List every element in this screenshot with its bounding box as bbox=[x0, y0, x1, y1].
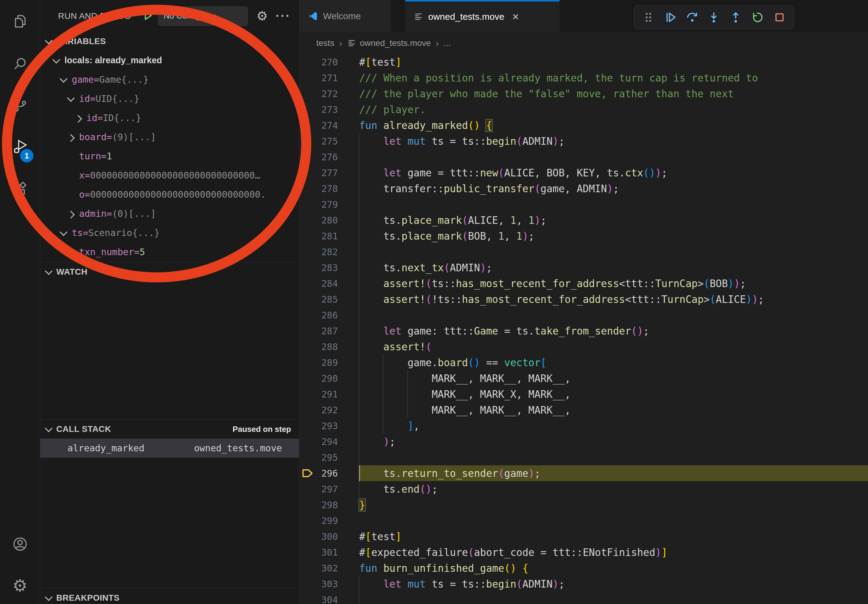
variable-row[interactable]: locals: already_marked bbox=[40, 51, 299, 70]
line-number: 303 bbox=[299, 579, 338, 589]
section-variables[interactable]: VARIABLES bbox=[40, 32, 299, 51]
variable-row[interactable]: turn = 1 bbox=[40, 147, 299, 166]
step-into-icon[interactable] bbox=[705, 9, 722, 26]
breadcrumb-symbol[interactable]: ... bbox=[444, 38, 451, 48]
line-number: 279 bbox=[299, 199, 338, 210]
launch-config-dropdown[interactable]: No Configur bbox=[158, 6, 248, 26]
breadcrumb-file[interactable]: owned_tests.move bbox=[360, 38, 431, 48]
chevron-right-icon: › bbox=[436, 38, 439, 48]
code-line: 288 assert!( bbox=[299, 339, 868, 355]
vscode-logo-icon bbox=[308, 11, 318, 21]
code-line: 280 ts.place_mark(ALICE, 1, 1); bbox=[299, 212, 868, 228]
tab-label: Welcome bbox=[323, 11, 361, 21]
line-content bbox=[359, 244, 868, 260]
code-line: 295 bbox=[299, 449, 868, 465]
code-line: 272/// the player who made the "false" m… bbox=[299, 86, 868, 102]
code-line: 286 bbox=[299, 307, 868, 323]
variable-row[interactable]: ts = Scenario{...} bbox=[40, 223, 299, 242]
variable-row[interactable]: x = 000000000000000000000000000000… bbox=[40, 166, 299, 185]
source-control-icon[interactable] bbox=[0, 90, 40, 121]
step-over-icon[interactable] bbox=[684, 9, 701, 26]
line-number: 270 bbox=[299, 57, 338, 68]
code-line: 304 bbox=[299, 592, 868, 604]
chevron-down-icon[interactable] bbox=[54, 58, 65, 63]
equals: = bbox=[90, 93, 96, 104]
line-content: ); bbox=[359, 434, 868, 449]
chevron-right-icon[interactable] bbox=[68, 211, 79, 217]
variable-row[interactable]: game = Game{...} bbox=[40, 70, 299, 89]
drag-handle-icon[interactable] bbox=[640, 9, 657, 26]
chevron-right-icon[interactable] bbox=[68, 135, 79, 140]
line-number: 282 bbox=[299, 247, 338, 257]
line-content: let game = ttt::new(ALICE, BOB, KEY, ts.… bbox=[359, 165, 868, 181]
step-out-icon[interactable] bbox=[727, 9, 744, 26]
chevron-down-icon[interactable] bbox=[61, 230, 72, 236]
variable-row[interactable]: board = (9)[...] bbox=[40, 127, 299, 147]
code-line: 271/// When a position is already marked… bbox=[299, 70, 868, 86]
more-actions-icon[interactable]: ··· bbox=[276, 9, 291, 23]
line-content: ts.return_to_sender(game); bbox=[359, 465, 868, 481]
line-number: 283 bbox=[299, 262, 338, 273]
explorer-icon[interactable] bbox=[0, 6, 40, 37]
variable-row[interactable]: id = ID{...} bbox=[40, 108, 299, 127]
code-line: 290 MARK__, MARK__, MARK__, bbox=[299, 370, 868, 386]
section-label: CALL STACK bbox=[56, 424, 111, 434]
code-line: 300#[test] bbox=[299, 528, 868, 544]
stack-frame-pointer-icon bbox=[301, 466, 315, 480]
section-breakpoints[interactable]: BREAKPOINTS bbox=[40, 589, 299, 604]
restart-icon[interactable] bbox=[749, 9, 766, 26]
line-content bbox=[359, 197, 868, 212]
code-editor[interactable]: 270#[test]271/// When a position is alre… bbox=[299, 54, 868, 604]
variable-row[interactable]: admin = (0)[...] bbox=[40, 204, 299, 223]
close-icon[interactable]: × bbox=[512, 11, 519, 23]
variable-value: 1 bbox=[107, 151, 112, 161]
code-line: 291 MARK__, MARK_X, MARK__, bbox=[299, 386, 868, 402]
extensions-icon[interactable] bbox=[0, 175, 40, 205]
code-line: 275 let mut ts = ts::begin(ADMIN); bbox=[299, 133, 868, 149]
variable-value: 5 bbox=[140, 247, 145, 257]
line-number: 286 bbox=[299, 310, 338, 321]
sidebar-toolbar: RUN AND DEBUG No Configur ⚙ ··· bbox=[40, 0, 299, 32]
chevron-down-icon[interactable] bbox=[68, 96, 79, 102]
code-line: 284 assert!(ts::has_most_recent_for_addr… bbox=[299, 276, 868, 291]
stop-icon[interactable] bbox=[771, 9, 788, 26]
variable-row[interactable]: id = UID{...} bbox=[40, 89, 299, 108]
line-number: 291 bbox=[299, 389, 338, 400]
section-watch[interactable]: WATCH bbox=[40, 262, 299, 281]
code-line: 301#[expected_failure(abort_code = ttt::… bbox=[299, 544, 868, 560]
search-icon[interactable] bbox=[0, 48, 40, 79]
line-content: #[expected_failure(abort_code = ttt::ENo… bbox=[359, 544, 868, 560]
continue-icon[interactable] bbox=[662, 9, 679, 26]
variable-value: 000000000000000000000000000000… bbox=[90, 170, 260, 181]
line-number: 273 bbox=[299, 104, 338, 115]
settings-gear-icon[interactable]: ⚙ bbox=[0, 570, 40, 601]
line-content: fun already_marked() { bbox=[359, 118, 868, 133]
line-content: MARK__, MARK_X, MARK__, bbox=[359, 386, 868, 402]
variable-name: id bbox=[79, 93, 90, 104]
variable-name: admin bbox=[79, 208, 107, 219]
start-debugging-icon[interactable] bbox=[142, 10, 153, 23]
account-icon[interactable] bbox=[0, 529, 40, 559]
run-and-debug-icon[interactable] bbox=[0, 132, 40, 162]
line-content: MARK__, MARK__, MARK__, bbox=[359, 370, 868, 386]
line-content: /// the player who made the "false" move… bbox=[359, 86, 868, 102]
tab-welcome[interactable]: Welcome bbox=[299, 0, 391, 32]
gear-icon[interactable]: ⚙ bbox=[256, 9, 268, 23]
line-content: ], bbox=[359, 418, 868, 434]
chevron-down-icon[interactable] bbox=[61, 77, 72, 82]
tab-owned-tests[interactable]: owned_tests.move × bbox=[405, 0, 560, 32]
variable-row[interactable]: txn_number = 5 bbox=[40, 242, 299, 262]
line-number: 295 bbox=[299, 452, 338, 463]
call-stack-frame[interactable]: already_marked owned_tests.move bbox=[40, 438, 299, 458]
line-content bbox=[359, 149, 868, 165]
breadcrumb-folder[interactable]: tests bbox=[316, 38, 334, 48]
line-number: 301 bbox=[299, 547, 338, 558]
variable-value: Game{...} bbox=[99, 74, 149, 85]
section-call-stack[interactable]: CALL STACK Paused on step bbox=[40, 420, 299, 438]
variable-row[interactable]: o = 0000000000000000000000000000000. bbox=[40, 185, 299, 204]
variable-value: 0000000000000000000000000000000. bbox=[90, 189, 266, 200]
code-line: 273/// player. bbox=[299, 102, 868, 118]
variable-value: (9)[...] bbox=[112, 132, 156, 142]
chevron-right-icon[interactable] bbox=[76, 115, 86, 121]
move-file-icon bbox=[347, 39, 356, 48]
